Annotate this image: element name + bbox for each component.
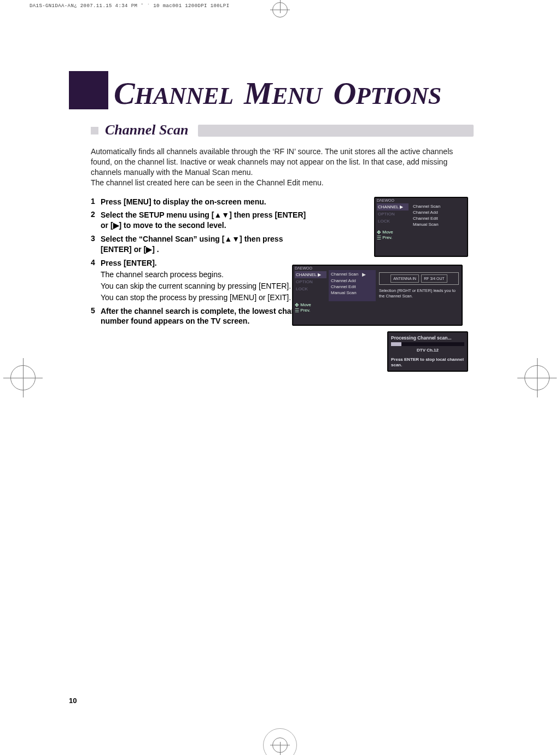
osd1-left-col: CHANNEL ▶ OPTION LOCK [375,202,411,229]
step-1-num: 1 [91,197,101,207]
section-heading-row: Channel Scan [91,121,474,140]
page-title: CHANNEL MENU OPTIONS [114,75,441,112]
step-2-num: 2 [91,210,101,231]
osd2-desc-text: Selection (RIGHT or ENTER) leads you to … [379,288,459,299]
crop-mark-left [3,358,43,397]
osd2-m3: Channel Edit [331,284,374,290]
osd1-brand: DΛEWOO [375,197,468,202]
nav-move-icon: ✥ [377,230,381,235]
intro-p1: Automatically finds all channels availab… [91,147,463,178]
osd2-antenna-diagram: ANTENNA IN RF 3/4 OUT [379,272,459,285]
section-heading-bar [198,125,474,137]
step-2: 2 Select the SETUP menu using [▲▼] then … [91,210,315,231]
intro-paragraphs: Automatically finds all channels availab… [91,147,463,188]
osd1-prev: Prev. [382,235,392,240]
step-3-num: 3 [91,234,101,255]
title-rest-3: PTIONS [356,83,441,109]
osd1-r2: Channel Add [413,209,465,215]
osd1-footer: ✥ Move ☰ Prev. [375,229,468,243]
osd1-option: OPTION [377,210,409,218]
osd2-m2: Channel Add [331,278,374,284]
step-4-text: Press [ENTER]. [101,259,157,267]
step-1-text: Press [MENU] to display the on-screen me… [101,197,266,206]
osd2-channel: CHANNEL ▶ [295,271,326,278]
step-3-text: Select the “Channel Scan” using [▲▼] the… [101,235,283,254]
osd2-m1: Channel Scan ▶ [331,271,374,278]
osd2-desc-col: ANTENNA IN RF 3/4 OUT Selection (RIGHT o… [376,270,462,301]
osd2-rf-out: RF 3/4 OUT [421,274,447,283]
section-bullet-icon [91,127,98,134]
osd-screenshot-1: DΛEWOO CHANNEL ▶ OPTION LOCK Channel Sca… [374,197,468,257]
osd2-prev: Prev. [300,308,310,313]
title-accent-box [69,71,108,109]
step-1: 1 Press [MENU] to display the on-screen … [91,197,315,207]
step-3: 3 Select the “Channel Scan” using [▲▼] t… [91,234,315,255]
step-4-num: 4 [91,258,101,303]
title-rest-2: ENU [272,83,322,109]
step-5-num: 5 [91,306,101,327]
osd2-m4: Manual Scan [331,290,374,296]
osd1-right-col: Channel Scan Channel Add Channel Edit Ma… [411,202,468,229]
title-rest-1: HANNEL [135,83,232,109]
step-2-text: Select the SETUP menu using [▲▼] then pr… [101,210,306,230]
osd2-option: OPTION [295,278,326,285]
osd-screenshot-2: DΛEWOO CHANNEL ▶ OPTION LOCK Channel Sca… [292,265,463,326]
step-4-sub1: The channel search process begins. [101,270,315,280]
osd3-title: Processing Channel scan... [391,335,464,341]
content-row: 1 Press [MENU] to display the on-screen … [91,194,490,330]
osd1-move: Move [382,230,393,235]
step-5-text: After the channel search is complete, th… [101,307,307,326]
osd2-brand: DΛEWOO [293,265,462,270]
osd1-channel: CHANNEL ▶ [377,203,409,210]
osd2-footer: ✥ Move ☰ Prev. [293,301,462,315]
osd2-left-col: CHANNEL ▶ OPTION LOCK [293,270,329,301]
osd-screenshot-3: Processing Channel scan... DTV Ch.12 Pre… [387,331,468,372]
osd1-r1: Channel Scan [413,203,465,209]
arrow-right-icon: ▶ [362,272,366,277]
osd3-channel: DTV Ch.12 [391,348,464,353]
step-4-sub2: You can skip the current scanning by pre… [101,281,315,291]
title-cap-3: O [333,75,355,111]
step-4-sub3: You can stop the process by pressing [ME… [101,292,315,303]
page-number: 10 [69,697,77,705]
osd1-r4: Manual Scan [413,221,465,227]
osd2-lock: LOCK [295,285,326,292]
crop-mark-bottom [264,729,296,755]
intro-p2: The channel list created here can be see… [91,178,463,188]
page-body: CHANNEL MENU OPTIONS Channel Scan Automa… [69,71,490,330]
menu-button-icon: ☰ [377,235,381,241]
step-4: 4 Press [ENTER]. The channel search proc… [91,258,315,303]
title-block: CHANNEL MENU OPTIONS [69,71,490,112]
osd3-hint: Press ENTER to stop local channel scan. [391,357,464,368]
osd2-antenna-in: ANTENNA IN [390,274,419,283]
osd1-lock: LOCK [377,218,409,225]
step-5: 5 After the channel search is complete, … [91,306,315,327]
section-heading: Channel Scan [105,121,194,140]
steps-list: 1 Press [MENU] to display the on-screen … [91,194,315,330]
crop-mark-top [264,0,296,26]
title-cap-2: M [244,75,272,111]
crop-mark-right [517,358,557,397]
print-header-line: DA1S-GN1DAA-AN¿ 2007.11.15 4:34 PM ˘ ` 1… [30,3,229,9]
osd1-r3: Channel Edit [413,215,465,221]
osd2-move: Move [300,302,311,307]
osd3-progress-bar [391,342,464,346]
screenshot-column: DΛEWOO CHANNEL ▶ OPTION LOCK Channel Sca… [315,194,468,330]
osd2-mid-col: Channel Scan ▶ Channel Add Channel Edit … [329,270,376,301]
title-cap-1: C [114,75,135,111]
menu-button-icon: ☰ [295,308,299,313]
nav-move-icon: ✥ [295,302,299,308]
